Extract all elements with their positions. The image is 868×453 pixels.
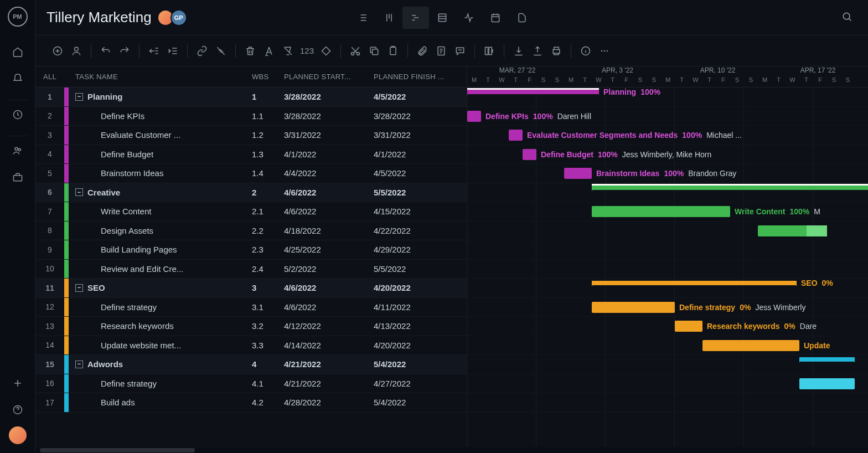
clock-icon[interactable] xyxy=(8,105,28,125)
gantt-lane xyxy=(467,260,868,279)
export-icon[interactable] xyxy=(529,42,546,60)
plus-icon[interactable] xyxy=(8,373,28,393)
table-row[interactable]: 7Write Content2.14/6/20224/15/2022 xyxy=(35,202,467,222)
col-planned-start[interactable]: PLANNED START... xyxy=(284,73,374,81)
outdent-icon[interactable] xyxy=(145,42,163,60)
link-icon[interactable] xyxy=(193,42,211,60)
gantt-bar[interactable]: Research keywords0%Dare xyxy=(675,321,702,332)
unlink-icon[interactable] xyxy=(212,42,230,60)
day-label: F xyxy=(716,76,730,87)
board-view-icon[interactable] xyxy=(376,7,402,29)
view-tabs xyxy=(349,7,535,29)
table-row[interactable]: 8Design Assets2.24/18/20224/22/2022 xyxy=(35,222,467,241)
sheet-view-icon[interactable] xyxy=(429,7,456,29)
columns-icon[interactable] xyxy=(480,42,498,60)
table-row[interactable]: 17Build ads4.24/28/20225/4/2022 xyxy=(35,393,467,413)
gantt-bar[interactable] xyxy=(592,186,868,190)
table-row[interactable]: 12Define strategy3.14/6/20224/11/2022 xyxy=(35,298,467,317)
team-icon[interactable] xyxy=(8,141,28,161)
left-rail: PM xyxy=(0,0,35,453)
gantt-view-icon[interactable] xyxy=(402,7,429,29)
gantt-chart: MAR, 27 '22APR, 3 '22APR, 10 '22APR, 17 … xyxy=(467,66,868,453)
svg-point-7 xyxy=(843,13,850,19)
table-row[interactable]: 6−Creative24/6/20225/5/2022 xyxy=(35,183,467,203)
indent-icon[interactable] xyxy=(164,42,182,60)
table-row[interactable]: 1−Planning13/28/20224/5/2022 xyxy=(35,87,467,107)
horizontal-scrollbar[interactable] xyxy=(35,447,868,453)
collapse-icon[interactable]: − xyxy=(75,361,83,368)
info-icon[interactable] xyxy=(577,42,595,60)
day-label: S xyxy=(550,76,564,87)
print-icon[interactable] xyxy=(547,42,565,60)
col-task-name[interactable]: TASK NAME xyxy=(69,73,252,81)
briefcase-icon[interactable] xyxy=(8,167,28,187)
calendar-view-icon[interactable] xyxy=(482,7,509,29)
table-row[interactable]: 5Brainstorm Ideas1.44/4/20224/5/2022 xyxy=(35,164,467,183)
person-icon[interactable] xyxy=(68,42,85,60)
table-row[interactable]: 13Research keywords3.24/12/20224/13/2022 xyxy=(35,317,467,336)
gantt-bar[interactable]: Brainstorm Ideas100%Brandon Gray xyxy=(564,168,592,179)
home-icon[interactable] xyxy=(8,42,28,62)
table-row[interactable]: 2Define KPIs1.13/28/20223/28/2022 xyxy=(35,107,467,126)
import-icon[interactable] xyxy=(510,42,528,60)
more-icon[interactable] xyxy=(596,42,613,60)
table-row[interactable]: 14Update website met...3.34/14/20224/20/… xyxy=(35,336,467,356)
gantt-bar[interactable] xyxy=(799,378,855,389)
avatar[interactable]: GP xyxy=(170,9,187,26)
svg-rect-13 xyxy=(390,47,396,54)
trash-icon[interactable] xyxy=(241,42,259,60)
gantt-bar[interactable]: Evaluate Customer Segments and Needs100%… xyxy=(509,130,523,141)
comment-icon[interactable] xyxy=(451,42,469,60)
table-row[interactable]: 9Build Landing Pages2.34/25/20224/29/202… xyxy=(35,240,467,260)
bell-icon[interactable] xyxy=(8,69,28,89)
col-all[interactable]: ALL xyxy=(35,73,64,81)
clear-format-icon[interactable] xyxy=(279,42,297,60)
gantt-bar[interactable]: Define KPIs100%Daren Hill xyxy=(467,111,481,122)
list-view-icon[interactable] xyxy=(349,7,376,29)
day-label: T xyxy=(509,76,523,87)
file-view-icon[interactable] xyxy=(509,7,535,29)
table-row[interactable]: 11−SEO34/6/20224/20/2022 xyxy=(35,279,467,298)
text-icon[interactable] xyxy=(260,42,278,60)
gantt-bar[interactable]: Define Budget100%Jess Wimberly, Mike Hor… xyxy=(523,149,536,160)
table-row[interactable]: 3Evaluate Customer ...1.23/31/20223/31/2… xyxy=(35,126,467,145)
table-row[interactable]: 15−Adwords44/21/20225/4/2022 xyxy=(35,355,467,374)
day-label: W xyxy=(689,76,702,87)
cut-icon[interactable] xyxy=(347,42,364,60)
gantt-bar[interactable] xyxy=(799,357,855,362)
collapse-icon[interactable]: − xyxy=(75,284,83,292)
svg-rect-3 xyxy=(13,176,22,181)
add-task-icon[interactable] xyxy=(49,42,66,60)
day-label: T xyxy=(772,76,786,87)
gantt-bar[interactable]: Define strategy0%Jess Wimberly xyxy=(592,302,675,313)
help-icon[interactable] xyxy=(8,400,28,420)
activity-view-icon[interactable] xyxy=(456,7,482,29)
member-avatars[interactable]: GP xyxy=(161,9,187,26)
attachment-icon[interactable] xyxy=(414,42,431,60)
diamond-icon[interactable] xyxy=(317,42,335,60)
notes-icon[interactable] xyxy=(432,42,450,60)
gantt-bar[interactable]: SEO0% xyxy=(592,281,797,285)
toolbar-number[interactable]: 123 xyxy=(298,46,316,55)
undo-icon[interactable] xyxy=(97,42,115,60)
col-wbs[interactable]: WBS xyxy=(252,73,284,81)
table-row[interactable]: 10Review and Edit Cre...2.45/2/20225/5/2… xyxy=(35,260,467,279)
col-planned-finish[interactable]: PLANNED FINISH ... xyxy=(374,73,467,81)
table-row[interactable]: 16Define strategy4.14/21/20224/27/2022 xyxy=(35,374,467,394)
day-label: T xyxy=(702,76,716,87)
table-row[interactable]: 4Define Budget1.34/1/20224/1/2022 xyxy=(35,145,467,164)
copy-icon[interactable] xyxy=(365,42,383,60)
gantt-bar[interactable]: Write Content100%M xyxy=(592,206,730,217)
gantt-bar[interactable]: Planning100% xyxy=(467,90,599,94)
paste-icon[interactable] xyxy=(384,42,402,60)
gantt-bar[interactable]: Update xyxy=(702,340,799,351)
header: Tillery Marketing GP xyxy=(35,0,868,35)
redo-icon[interactable] xyxy=(116,42,133,60)
collapse-icon[interactable]: − xyxy=(75,93,83,101)
user-avatar[interactable] xyxy=(9,426,27,444)
app-logo[interactable]: PM xyxy=(8,7,28,27)
day-label: F xyxy=(523,76,536,87)
gantt-bar[interactable] xyxy=(758,225,827,236)
collapse-icon[interactable]: − xyxy=(75,188,83,196)
search-icon[interactable] xyxy=(837,7,857,29)
